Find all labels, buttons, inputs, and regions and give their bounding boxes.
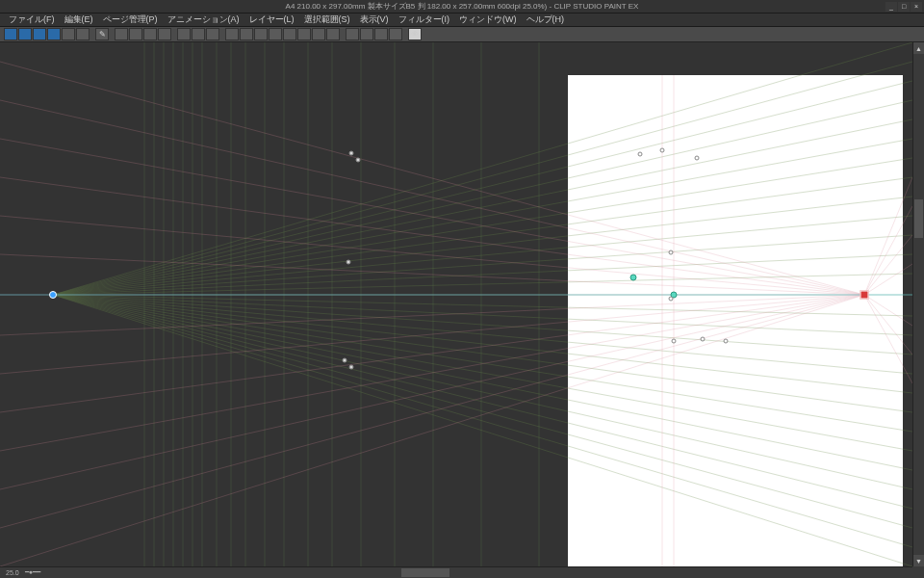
ruler-handle[interactable] xyxy=(669,297,674,302)
vertical-scrollbar[interactable]: ▲ ▼ xyxy=(912,42,924,566)
tool-open-icon[interactable] xyxy=(18,28,32,40)
status-bar: 25.0 ━●━━ xyxy=(0,566,46,578)
menu-file[interactable]: ファイル(F) xyxy=(4,13,60,26)
ruler-handle[interactable] xyxy=(349,151,354,156)
tool-paste-icon[interactable] xyxy=(158,28,171,40)
vanishing-point-left[interactable] xyxy=(49,291,57,299)
tool-delete-icon[interactable] xyxy=(115,28,128,40)
tool-view-icon[interactable]: 👁 xyxy=(408,28,422,40)
tool-snap3-icon[interactable] xyxy=(254,28,268,40)
ruler-handle[interactable] xyxy=(701,337,706,342)
main-toolbar: ✎ 👁 xyxy=(0,27,924,42)
ruler-handle[interactable] xyxy=(672,339,677,344)
menu-select[interactable]: 選択範囲(S) xyxy=(299,13,355,26)
tool-rotate-icon[interactable] xyxy=(192,28,205,40)
menu-window[interactable]: ウィンドウ(W) xyxy=(454,13,522,26)
tool-redo-icon[interactable] xyxy=(76,28,90,40)
scrollbar-corner xyxy=(912,566,924,578)
tool-scale-icon[interactable] xyxy=(177,28,191,40)
tool-copy-icon[interactable] xyxy=(143,28,157,40)
scroll-down-icon[interactable]: ▼ xyxy=(913,555,924,566)
scrollbar-thumb[interactable] xyxy=(914,199,923,238)
tool-save-icon[interactable] xyxy=(33,28,46,40)
tool-snap7-icon[interactable] xyxy=(312,28,325,40)
minimize-button[interactable]: _ xyxy=(886,2,897,12)
tool-snap1-icon[interactable] xyxy=(225,28,239,40)
tool-snap5-icon[interactable] xyxy=(283,28,296,40)
ruler-handle[interactable] xyxy=(346,260,351,265)
tool-new-icon[interactable] xyxy=(4,28,17,40)
ruler-handle[interactable] xyxy=(638,152,643,157)
vanishing-point-right[interactable] xyxy=(860,291,869,300)
tool-snap8-icon[interactable] xyxy=(326,28,340,40)
menu-animation[interactable]: アニメーション(A) xyxy=(163,13,244,26)
ruler-center-handle[interactable] xyxy=(630,275,637,281)
canvas-page xyxy=(568,75,903,566)
menu-filter[interactable]: フィルター(I) xyxy=(394,13,455,26)
menu-bar: ファイル(F) 編集(E) ページ管理(P) アニメーション(A) レイヤー(L… xyxy=(0,13,924,27)
tool-grid4-icon[interactable] xyxy=(389,28,402,40)
tool-snap2-icon[interactable] xyxy=(240,28,253,40)
tool-flip-icon[interactable] xyxy=(206,28,219,40)
tool-saveall-icon[interactable] xyxy=(47,28,61,40)
scroll-up-icon[interactable]: ▲ xyxy=(913,42,924,54)
maximize-button[interactable]: □ xyxy=(898,2,910,12)
ruler-handle[interactable] xyxy=(695,156,700,161)
title-bar: A4 210.00 x 297.00mm 製本サイズB5 判 182.00 x … xyxy=(0,0,924,13)
ruler-handle[interactable] xyxy=(724,339,729,344)
menu-page[interactable]: ページ管理(P) xyxy=(98,13,163,26)
scrollbar-thumb[interactable] xyxy=(401,568,449,577)
tool-grid2-icon[interactable] xyxy=(360,28,373,40)
ruler-handle[interactable] xyxy=(343,358,347,363)
tool-clear-icon[interactable]: ✎ xyxy=(95,28,109,40)
menu-help[interactable]: ヘルプ(H) xyxy=(522,13,570,26)
tool-grid3-icon[interactable] xyxy=(374,28,388,40)
ruler-handle[interactable] xyxy=(669,250,674,255)
zoom-slider-icon[interactable]: ━●━━ xyxy=(25,568,40,576)
tool-cut-icon[interactable] xyxy=(129,28,142,40)
window-title: A4 210.00 x 297.00mm 製本サイズB5 判 182.00 x … xyxy=(286,1,639,12)
canvas-area[interactable] xyxy=(0,42,912,566)
tool-snap4-icon[interactable] xyxy=(269,28,282,40)
menu-layer[interactable]: レイヤー(L) xyxy=(244,13,299,26)
tool-undo-icon[interactable] xyxy=(62,28,75,40)
menu-edit[interactable]: 編集(E) xyxy=(60,13,98,26)
close-button[interactable]: × xyxy=(911,2,922,12)
horizontal-scrollbar[interactable]: 25.0 ━●━━ xyxy=(0,566,912,578)
tool-grid1-icon[interactable] xyxy=(346,28,359,40)
menu-view[interactable]: 表示(V) xyxy=(355,13,394,26)
ruler-handle[interactable] xyxy=(660,148,665,153)
zoom-value: 25.0 xyxy=(6,569,19,576)
tool-snap6-icon[interactable] xyxy=(297,28,311,40)
ruler-handle[interactable] xyxy=(356,158,361,163)
ruler-handle[interactable] xyxy=(349,365,354,370)
